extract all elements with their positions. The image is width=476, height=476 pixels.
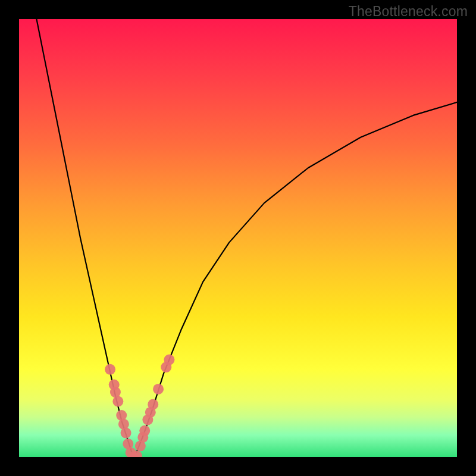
data-marker	[131, 451, 142, 457]
data-marker	[118, 419, 129, 430]
data-marker	[164, 355, 174, 365]
watermark-text: TheBottleneck.com	[349, 4, 468, 20]
data-marker	[110, 387, 121, 397]
data-marker	[161, 362, 171, 372]
data-marker	[109, 380, 120, 390]
data-marker	[126, 447, 136, 457]
chart-svg	[19, 19, 457, 457]
series-curve-right	[134, 102, 457, 457]
data-marker	[139, 425, 150, 436]
data-marker	[112, 396, 123, 407]
data-marker	[121, 428, 131, 439]
data-marker	[148, 399, 158, 410]
data-marker	[142, 414, 153, 425]
data-marker	[123, 439, 133, 449]
chart-frame: TheBottleneck.com	[0, 0, 476, 476]
data-marker	[129, 452, 139, 457]
data-marker	[137, 432, 148, 443]
plot-area	[19, 19, 457, 457]
data-marker	[145, 407, 156, 418]
data-marker	[105, 364, 115, 375]
data-marker	[116, 410, 127, 421]
series-curve-left	[36, 19, 133, 457]
data-marker	[153, 384, 164, 394]
data-marker	[135, 441, 146, 452]
